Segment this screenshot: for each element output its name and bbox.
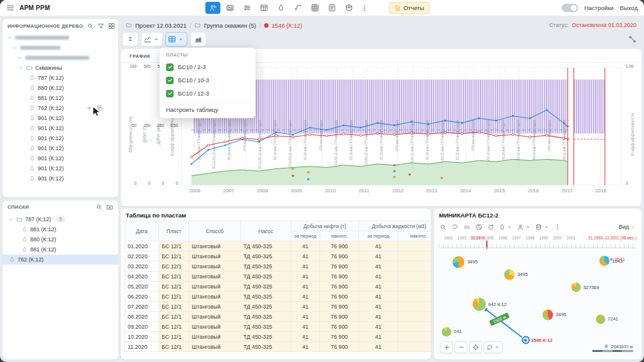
table-row[interactable]: 03.2020БС 12/1ШтанговыйТД 450-3254176 90… (125, 261, 431, 272)
grid-icon[interactable] (307, 2, 322, 14)
tab-chart[interactable]: ГРАФИК (121, 53, 158, 62)
layer-option[interactable]: БС10 / 12-3 (160, 87, 255, 100)
selected-well-marker[interactable]: 1546 К:12 (521, 336, 530, 344)
parameters-icon[interactable] (239, 2, 254, 14)
tree-item-well[interactable]: 881 (К:12) (3, 93, 118, 103)
main-menu-icon[interactable] (6, 4, 14, 12)
zoom-in-button[interactable] (440, 341, 453, 353)
add-list-icon[interactable] (106, 204, 113, 211)
breadcrumb-group[interactable]: Группа скважин (5) (204, 22, 256, 29)
table-row[interactable]: 05.2020БС 12/1ШтанговыйТД 450-3254176 90… (125, 282, 431, 292)
well-analysis-icon[interactable] (205, 2, 220, 14)
search-icon[interactable] (96, 204, 103, 211)
table-row[interactable]: 10.2020БС 12/1ШтанговыйТД 450-3254176 90… (125, 332, 431, 342)
cell-oil-period: 41 (291, 322, 320, 332)
tree-item-well[interactable]: 787 (К:12) (3, 73, 118, 83)
view-dropdown[interactable]: Вид (616, 222, 638, 233)
table-scroll-area[interactable]: ДатаПластСпособНасосДобыча нефти (т)Добы… (121, 221, 431, 359)
settings-button[interactable]: Настройки (584, 4, 614, 11)
model-3d-icon[interactable] (341, 2, 356, 14)
well-pie-marker[interactable]: 7241 (596, 314, 605, 324)
isolines-icon[interactable] (462, 222, 472, 233)
reset-rotation-button[interactable] (484, 341, 502, 353)
reports-button[interactable]: Отчеты (389, 2, 430, 14)
chart-type-button[interactable] (141, 32, 163, 47)
lasso-select-icon[interactable] (450, 222, 460, 233)
checkbox-checked-icon[interactable] (166, 63, 174, 71)
tree-item-well[interactable]: 901 (К:12) (3, 123, 118, 133)
formulas-icon[interactable] (290, 2, 305, 14)
breadcrumb-well[interactable]: 1546 (К:12) (272, 22, 303, 29)
table-row[interactable]: 09.2020БС 12/1ШтанговыйТД 450-3254176 90… (125, 322, 431, 332)
list-item-well[interactable]: 880 (К:12) (3, 234, 118, 244)
checkbox-checked-icon[interactable] (166, 77, 174, 84)
cell-oil-period: 41 (291, 332, 320, 342)
tree-item-well[interactable]: 901 (К:12) (3, 143, 118, 153)
minimap-timeline[interactable]: 1992199319941995199619971998199920002001… (439, 234, 636, 250)
minimap-canvas[interactable]: 349534951643527369942 К:1234957241241154… (436, 251, 639, 357)
well-pie-marker[interactable]: 3495 (453, 256, 465, 268)
wells-layer-icon[interactable] (497, 222, 514, 233)
connections-button[interactable] (624, 32, 640, 47)
fluids-icon[interactable] (273, 2, 288, 14)
zoom-out-button[interactable] (455, 341, 467, 353)
tree-item-blurred[interactable] (3, 33, 118, 43)
cell-oil-period: 41 (291, 261, 320, 272)
tree-item-well[interactable]: 762 (К:12) (3, 103, 118, 113)
table-row[interactable]: 08.2020БС 12/1ШтанговыйТД 450-3254176 90… (125, 312, 431, 322)
breadcrumb-project[interactable]: Проект 12.03.2021 (135, 22, 186, 29)
data-source-icon[interactable] (534, 222, 551, 233)
add-icon[interactable] (86, 105, 92, 111)
list-folder[interactable]: 787 (К:12)5 (3, 214, 118, 224)
tree-item-blurred[interactable] (3, 43, 118, 53)
search-icon[interactable] (438, 222, 448, 233)
tree-item-blurred[interactable] (3, 53, 118, 63)
exit-button[interactable]: Выход (620, 4, 638, 11)
table-row[interactable]: 02.2020БС 12/1ШтанговыйТД 450-3254176 90… (125, 251, 431, 261)
data-table-icon[interactable] (256, 2, 271, 14)
well-pie-marker[interactable]: 3495 (504, 269, 514, 280)
tree-item-well[interactable]: 901 (К:12) (3, 153, 118, 163)
configure-table-item[interactable]: Настроить таблицу (160, 102, 255, 117)
cell-layer: БС 12/1 (159, 261, 189, 272)
area-chart-button[interactable] (190, 32, 206, 47)
table-row[interactable]: 07.2020БС 12/1ШтанговыйТД 450-3254176 90… (125, 302, 431, 312)
pie-layers-icon[interactable] (474, 222, 484, 233)
table-row[interactable]: 04.2020БС 12/1ШтанговыйТД 450-3254176 90… (125, 272, 431, 282)
timeline-year: 2001 (567, 236, 575, 240)
locate-button[interactable] (469, 341, 482, 353)
well-pie-marker[interactable]: 1643 (599, 256, 609, 266)
list-item-well[interactable]: 881 (К:12) (3, 244, 118, 255)
tree-item-well[interactable]: 880 (К:12) (3, 83, 118, 93)
well-pie-marker[interactable]: 942 К:12 (472, 298, 486, 311)
header-toggle[interactable] (562, 4, 578, 12)
list-item-selected[interactable]: 762 (К:12) (3, 255, 118, 265)
timeline-ruler[interactable] (439, 244, 636, 248)
search-icon[interactable] (87, 23, 94, 30)
well-pie-marker[interactable]: 3495 (543, 309, 553, 320)
list-item-well[interactable]: 881 (К:12) (3, 224, 118, 234)
documents-icon[interactable] (324, 2, 339, 14)
table-row[interactable]: 11.2020БС 12/1ШтанговыйТД 450-3254176 90… (125, 342, 431, 352)
tree-item-well[interactable]: 901 (К:12) (3, 173, 118, 184)
tree-folder-wells[interactable]: Скважины (3, 63, 118, 73)
layer-option[interactable]: БС10 / 2-3 (160, 60, 255, 74)
refresh-view-icon[interactable] (486, 222, 496, 233)
filter-icon[interactable] (97, 23, 104, 30)
checkbox-checked-icon[interactable] (166, 90, 174, 97)
more-menu-icon[interactable] (359, 2, 369, 14)
table-columns-button[interactable] (165, 32, 187, 47)
more-icon[interactable] (552, 222, 563, 233)
table-row[interactable]: 01.2020БС 12/1ШтанговыйТД 450-3254176 90… (125, 241, 431, 251)
tree-item-well[interactable]: 901 (К:12) (3, 113, 118, 123)
summary-button[interactable]: Σ (122, 32, 138, 47)
operator-filter-icon[interactable] (516, 222, 533, 233)
layer-option[interactable]: БС10 / 10-3 (160, 74, 255, 87)
table-row[interactable]: 06.2020БС 12/1ШтанговыйТД 450-3254176 90… (125, 292, 431, 302)
view-mode-icon[interactable] (108, 23, 115, 30)
well-pie-marker[interactable]: 241 (442, 327, 452, 336)
tree-item-well[interactable]: 901 (К:12) (3, 163, 118, 173)
well-passport-icon[interactable] (222, 2, 237, 14)
well-pie-marker[interactable]: 527369 (572, 283, 581, 292)
tree-item-well[interactable]: 901 (К:12) (3, 133, 118, 143)
